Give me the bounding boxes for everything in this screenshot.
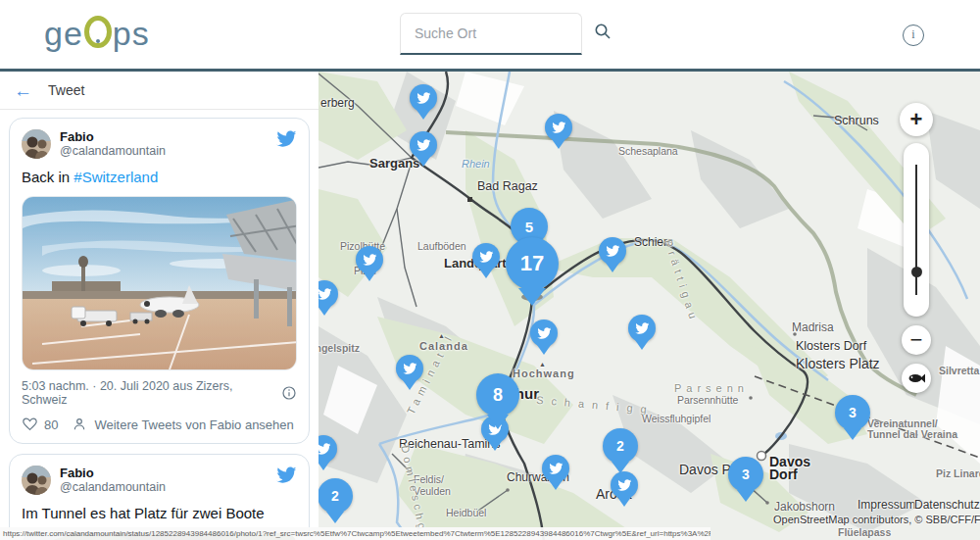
tweet-card[interactable]: Fabio @calandamountain Back in #Switzerl…	[9, 118, 310, 444]
map-label: Schesaplana	[618, 145, 678, 157]
sidebar-header: ← Tweet	[0, 72, 318, 110]
map-label: Madrisa	[792, 320, 834, 334]
map-label: Piz Linard	[936, 467, 980, 479]
cluster-count: 8	[493, 385, 503, 406]
map-label: ▲	[539, 361, 546, 368]
tweet-timestamp: 5:03 nachm. · 20. Juli 2020 aus Zizers, …	[22, 379, 281, 407]
map-label: ▲	[438, 332, 445, 339]
tweet-marker[interactable]	[545, 114, 572, 141]
fish-icon	[907, 372, 925, 384]
tweet-cluster-marker[interactable]: 2	[603, 428, 638, 464]
logo-o-icon	[84, 16, 112, 48]
map-label: Klosters Platz	[796, 356, 880, 371]
avatar[interactable]	[22, 466, 51, 495]
map-label: Dorf	[769, 466, 798, 482]
map-label: Parsenn	[674, 382, 749, 394]
cluster-count: 2	[616, 438, 624, 454]
tweet-marker[interactable]	[318, 280, 338, 308]
tweet-marker[interactable]	[542, 455, 569, 482]
tweet-marker[interactable]	[410, 131, 437, 159]
tweet-marker[interactable]	[318, 435, 337, 463]
tweet-marker[interactable]	[628, 315, 656, 342]
map-label: Weissfluhgipfel	[642, 413, 710, 424]
tweet-marker[interactable]	[410, 84, 437, 112]
like-icon[interactable]	[22, 417, 38, 432]
map-attribution: OpenStreetMap contributors, © SBB/CFF/FF…	[773, 514, 980, 525]
cluster-count: 3	[849, 405, 857, 420]
cluster-count: 5	[525, 219, 533, 235]
tweet-cluster-marker[interactable]: 17	[506, 237, 559, 290]
tweet-marker[interactable]	[396, 355, 423, 382]
person-icon	[72, 417, 87, 432]
tweet-cluster-marker[interactable]: 2	[318, 478, 353, 514]
tweet-info-icon[interactable]	[281, 385, 297, 401]
search-icon[interactable]	[594, 23, 612, 44]
impressum-link[interactable]: Impressum	[858, 498, 915, 512]
map-label: Jakobshorn	[774, 500, 835, 514]
datenschutz-link[interactable]: Datenschutz	[914, 498, 980, 512]
place-search[interactable]	[400, 13, 582, 55]
map-label: Calanda	[419, 340, 468, 352]
tweet-author-handle[interactable]: @calandamountain	[60, 480, 276, 495]
map-label: Bad Ragaz	[477, 179, 538, 193]
twitter-bird-icon[interactable]	[276, 130, 297, 151]
tweet-author-name[interactable]: Fabio	[60, 129, 276, 144]
map-label: Klosters Dorf	[796, 339, 866, 353]
fish-layer-button[interactable]	[902, 364, 931, 393]
app-header: geps i	[0, 0, 980, 69]
map[interactable]: erbergSargansRheinBad RagazSchrunsSchesa…	[318, 72, 980, 540]
more-tweets-link[interactable]: Weitere Tweets von Fabio ansehen	[94, 417, 293, 432]
map-label: Silvretta	[939, 365, 979, 376]
tweet-marker[interactable]	[530, 319, 558, 347]
map-label: Rhein	[462, 158, 490, 170]
map-label: Sargans	[369, 156, 419, 171]
tweet-sidebar: ← Tweet Fabio @calandamountain Back in #…	[0, 72, 318, 540]
tweet-author-name[interactable]: Fabio	[60, 466, 276, 480]
zoom-in-button[interactable]: +	[900, 103, 933, 136]
cluster-count: 2	[331, 488, 339, 504]
map-label: erberg	[320, 96, 355, 110]
map-label: Parsennhütte	[677, 394, 738, 406]
cluster-count: 3	[742, 466, 750, 482]
back-arrow-icon[interactable]: ←	[14, 81, 32, 100]
tweet-author-handle[interactable]: @calandamountain	[60, 144, 276, 159]
tweet-marker[interactable]	[356, 246, 383, 273]
cluster-count: 17	[520, 251, 544, 276]
zoom-slider-thumb[interactable]	[911, 267, 922, 277]
zoom-slider[interactable]	[904, 143, 929, 317]
avatar[interactable]	[22, 129, 51, 159]
tweet-photo-airport[interactable]	[22, 196, 297, 370]
map-label: Flüelapass	[838, 526, 891, 538]
tweet-text: Im Tunnel es hat Platz für zwei Boote	[22, 504, 297, 522]
map-label: Schanfigg	[536, 394, 656, 416]
tweet-marker[interactable]	[611, 471, 638, 499]
hashtag-link[interactable]: #Switzerland	[74, 169, 158, 185]
info-button[interactable]: i	[903, 25, 924, 46]
map-label: Schruns	[834, 114, 879, 127]
tweet-cluster-marker[interactable]: 3	[728, 457, 763, 492]
tweet-cluster-marker[interactable]: 3	[835, 395, 870, 430]
map-overlay: erbergSargansRheinBad RagazSchrunsSchesa…	[318, 72, 980, 540]
zoom-out-button[interactable]: −	[902, 325, 931, 355]
tweet-list: Fabio @calandamountain Back in #Switzerl…	[0, 110, 318, 540]
map-label: Heidbüel	[446, 507, 486, 518]
map-label: Ringelspitz	[318, 342, 360, 354]
twitter-bird-icon[interactable]	[276, 466, 297, 487]
map-label: Prättigau	[662, 238, 701, 324]
sidebar-title: Tweet	[48, 82, 84, 98]
header-divider	[0, 69, 980, 72]
tweet-marker[interactable]	[599, 237, 626, 265]
map-label: Hochwang	[513, 368, 575, 379]
search-input[interactable]	[413, 25, 594, 42]
map-label: Tunnel dal Veraina	[867, 428, 957, 440]
like-count: 80	[44, 417, 58, 432]
tweet-marker[interactable]	[472, 243, 500, 270]
map-label: Laufböden	[417, 240, 466, 252]
geops-logo[interactable]: geps	[44, 14, 150, 53]
link-preview-statusbar: https://twitter.com/calandamountain/stat…	[0, 527, 710, 540]
tweet-cluster-marker[interactable]: 8	[476, 373, 519, 417]
tweet-text: Back in #Switzerland	[22, 168, 297, 186]
